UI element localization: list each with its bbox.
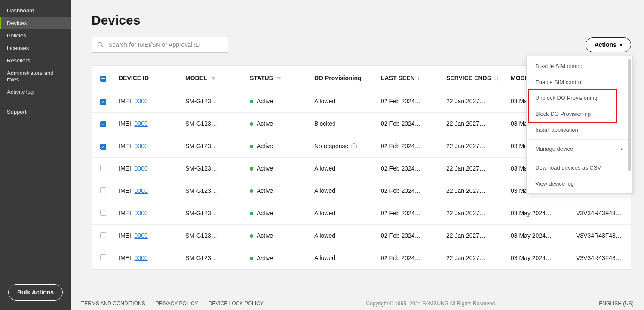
cell-last-seen: 02 Feb 2024… [377,157,442,180]
actions-button-label: Actions [595,41,616,48]
cell-device-id: IMEI: 0000 [114,90,181,112]
cell-service-ends: 22 Jan 2027… [442,157,506,180]
cell-last-seen: 02 Feb 2024… [377,224,442,247]
device-id-link[interactable]: 0000 [135,120,148,127]
device-id-link[interactable]: 0000 [135,210,148,217]
sidebar-item-administrators-and-roles[interactable]: Administrators and roles [0,67,71,86]
cell-last-seen: 02 Feb 2024… [377,90,442,112]
sidebar-divider [7,102,22,102]
filter-icon[interactable] [276,76,282,81]
cell-modified: 03 May 2024… [506,247,572,269]
device-id-link[interactable]: 0000 [135,98,148,105]
chevron-down-icon: ▾ [620,43,622,47]
cell-model: SM-G123… [181,90,245,112]
toolbar: Actions ▾ [92,37,631,53]
dropdown-item-install-application[interactable]: Install application [527,122,632,138]
row-checkbox[interactable] [100,254,106,260]
cell-device-id: IMEI: 0000 [114,247,181,269]
col-status[interactable]: STATUS [245,66,310,90]
dropdown-item-unblock-do-provisioning[interactable]: Unblock DO Provisioning [527,90,632,106]
cell-do-provisioning: No responsei [310,135,377,157]
sort-icon[interactable]: ↓↑ [494,75,499,81]
dropdown-item-enable-sim-control[interactable]: Enable SIM control [527,74,632,90]
footer-link-terms-and-conditions[interactable]: TERMS AND CONDITIONS [81,301,145,307]
status-dot-icon [250,189,253,193]
row-checkbox[interactable] [100,121,106,127]
sort-icon[interactable]: ↓↑ [417,75,423,81]
cell-last-seen: 02 Feb 2024… [377,180,442,202]
footer-link-device-lock-policy[interactable]: DEVICE LOCK POLICY [209,301,264,307]
cell-extra: V3V34R43F43… [572,224,631,247]
sidebar-item-policies[interactable]: Policies [0,29,71,42]
dropdown-separator [527,139,632,140]
dropdown-item-disable-sim-control[interactable]: Disable SIM control [527,58,632,74]
cell-last-seen: 02 Feb 2024… [377,247,442,269]
dropdown-item-block-do-provisioning[interactable]: Block DO Provisioning [527,106,632,122]
search-input[interactable] [108,41,223,48]
sidebar-item-licenses[interactable]: Licenses [0,42,71,54]
cell-model: SM-G123… [181,247,245,269]
footer-copyright: Copyright © 1995- 2024 SAMSUNG All Right… [366,301,497,307]
device-id-link[interactable]: 0000 [135,143,148,149]
cell-device-id: IMEI: 0000 [114,180,181,202]
table-row: IMEI: 0000SM-G123…ActiveAllowed02 Feb 20… [92,224,631,247]
status-dot-icon [250,100,253,103]
cell-do-provisioning: Allowed [310,90,377,112]
table-row: IMEI: 0000SM-G123…ActiveAllowed02 Feb 20… [92,202,631,224]
cell-model: SM-G123… [181,224,245,247]
footer-link-privacy-policy[interactable]: PRIVACY POLICY [156,301,198,307]
cell-status: Active [245,224,310,247]
row-checkbox[interactable] [100,165,106,171]
status-dot-icon [250,167,253,170]
status-dot-icon [250,122,253,126]
dropdown-scrollbar[interactable] [628,59,631,171]
col-do-provisioning[interactable]: DO Provisioning [310,66,377,90]
row-checkbox[interactable] [100,144,106,150]
select-all-checkbox[interactable] [100,76,106,82]
row-checkbox[interactable] [100,187,106,193]
col-device-id[interactable]: DEVICE ID [114,66,181,90]
dropdown-item-download-devices-as-csv[interactable]: Download devices as CSV [527,160,632,176]
cell-modified: 03 May 2024… [506,202,572,224]
cell-service-ends: 22 Jan 2027… [442,135,506,157]
row-checkbox[interactable] [100,99,106,105]
col-service-ends[interactable]: SERVICE ENDS↓↑ [442,66,506,90]
table-row: IMEI: 0000SM-G123…ActiveAllowed02 Feb 20… [92,247,631,269]
main: Devices Actions ▾ [71,0,644,310]
search-field[interactable] [92,37,228,53]
info-icon[interactable]: i [351,143,357,149]
cell-status: Active [245,157,310,180]
sidebar-item-activity-log[interactable]: Activity log [0,86,71,98]
row-checkbox[interactable] [100,210,106,216]
cell-service-ends: 22 Jan 2027… [442,112,506,135]
language-selector[interactable]: ENGLISH (US) [599,301,634,307]
cell-do-provisioning: Allowed [310,224,377,247]
device-id-link[interactable]: 0000 [135,254,148,261]
cell-device-id: IMEI: 0000 [114,112,181,135]
cell-service-ends: 22 Jan 2027… [442,90,506,112]
sidebar-item-support[interactable]: Support [0,105,71,118]
bulk-actions-button[interactable]: Bulk Actions [8,284,63,301]
row-checkbox[interactable] [100,232,106,238]
col-model[interactable]: MODEL [181,66,245,90]
svg-line-1 [101,46,103,47]
chevron-right-icon: ⌄ [617,146,624,151]
page-title: Devices [92,13,631,28]
cell-model: SM-G123… [181,112,245,135]
dropdown-item-view-device-log[interactable]: View device log [527,176,632,192]
cell-extra: V3V34R43F43… [572,247,631,269]
cell-model: SM-G123… [181,157,245,180]
device-id-link[interactable]: 0000 [135,232,148,239]
col-last-seen[interactable]: LAST SEEN↓↑ [377,66,442,90]
actions-button[interactable]: Actions ▾ [586,37,631,52]
cell-do-provisioning: Blocked [310,112,377,135]
device-id-link[interactable]: 0000 [135,187,148,194]
cell-status: Active [245,112,310,135]
sidebar-item-devices[interactable]: Devices [0,17,71,29]
sidebar-item-dashboard[interactable]: Dashboard [0,4,71,17]
dropdown-item-manage-device[interactable]: Manage device⌄ [527,141,632,157]
cell-service-ends: 22 Jan 2027… [442,224,506,247]
filter-icon[interactable] [211,76,216,81]
sidebar-item-resellers[interactable]: Resellers [0,54,71,67]
device-id-link[interactable]: 0000 [135,165,148,172]
